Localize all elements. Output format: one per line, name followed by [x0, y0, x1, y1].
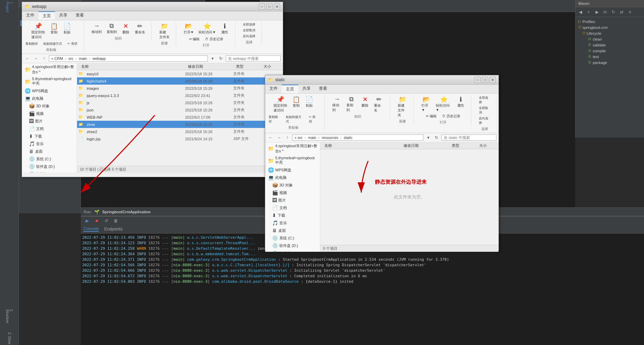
static-nav-4springboot[interactable]: 📁4.springboot常用注解+整合s ^: [265, 142, 320, 155]
static-nav-docs[interactable]: 📄文档: [265, 204, 320, 212]
webapp-tab-home[interactable]: 主页: [39, 11, 55, 20]
static-btn-history[interactable]: ⏱ 历史记录: [440, 113, 462, 119]
webapp-nav-music[interactable]: 🎵音乐: [22, 140, 77, 148]
console-run-btn[interactable]: ▶: [84, 217, 90, 224]
maven-btn-5[interactable]: ↻: [610, 9, 617, 15]
webapp-nav-downloads[interactable]: ⬇下载: [22, 132, 77, 140]
webapp-btn-copy[interactable]: 📋复制: [48, 22, 60, 40]
webapp-btn-rename[interactable]: ✏重命名: [133, 22, 147, 35]
static-btn-easy-access[interactable]: ⭐轻松访问▼: [434, 95, 454, 112]
webapp-btn-deselect-all[interactable]: 全部取消: [241, 28, 257, 33]
static-search-input[interactable]: [441, 134, 496, 141]
webapp-nav-pc[interactable]: 💻此电脑: [22, 95, 77, 102]
static-btn-select-all[interactable]: 全部选择: [477, 95, 493, 105]
webapp-btn-history[interactable]: ⏱ 历史记录: [203, 36, 225, 42]
webapp-nav-video[interactable]: 🎬视频: [22, 110, 77, 117]
static-nav-d-drive[interactable]: 💿软件盘 (D:): [265, 242, 320, 249]
static-btn-paste-shortcut[interactable]: 粘贴快捷方式: [284, 114, 305, 125]
static-btn-open[interactable]: 📂打开▼: [419, 95, 433, 112]
static-btn-delete[interactable]: ✕删除: [359, 95, 371, 114]
webapp-nav-e-drive[interactable]: 💿资料盘 (E:): [22, 170, 77, 173]
static-btn-new[interactable]: 📁新建文件夹: [396, 95, 409, 118]
sidebar-z-drive-icon[interactable]: Z: Drive: [2, 331, 16, 345]
static-btn-cut[interactable]: ✂ 剪切: [307, 114, 320, 125]
console-tab-console[interactable]: Console: [84, 226, 99, 232]
maven-btn-3[interactable]: ▶: [593, 9, 600, 15]
webapp-btn-copy2[interactable]: ⧉复制到: [105, 22, 119, 35]
maven-clean[interactable]: ⚙ clean: [577, 36, 643, 42]
console-rerun-btn[interactable]: ↺: [103, 217, 110, 224]
static-nav-3d[interactable]: 📦3D 对象: [265, 181, 320, 189]
maven-btn-6[interactable]: ⇄: [618, 9, 625, 15]
static-fwd-btn[interactable]: →: [276, 134, 282, 141]
webapp-nav-4springboot[interactable]: 📁4.springboot常用注解+整合s ^: [22, 63, 77, 76]
webapp-file-json[interactable]: 📁 json 2022/5/18 15:26 文件夹: [77, 106, 283, 114]
webapp-file-images[interactable]: 📁 images 2022/5/18 15:26 文件夹: [77, 85, 283, 92]
static-path-dropdown[interactable]: ▾: [425, 134, 432, 141]
webapp-nav-c-drive[interactable]: 💿系统 (C:): [22, 155, 77, 163]
static-btn-copy[interactable]: 📋复制: [290, 95, 302, 114]
webapp-file-ztree[interactable]: 📁 ztree 2022/5/18 15:26 文件夹: [77, 121, 283, 128]
webapp-file-js[interactable]: 📁 js 2022/5/18 15:26 文件夹: [77, 99, 283, 106]
maven-validate[interactable]: ⚙ validate: [577, 42, 643, 48]
webapp-btn-paste-shortcut[interactable]: 粘贴快捷方式: [41, 41, 64, 47]
static-btn-move[interactable]: →移动到: [330, 95, 344, 114]
maven-package[interactable]: ⚙ package: [577, 60, 643, 65]
maven-test[interactable]: ⚙ test: [577, 54, 643, 60]
webapp-btn-invert-select[interactable]: 反向选择: [241, 33, 257, 39]
webapp-btn-delete[interactable]: ✕删除: [120, 22, 132, 35]
maven-compile[interactable]: ⚙ compile: [577, 48, 643, 54]
static-close-btn[interactable]: ✕: [490, 77, 496, 83]
sidebar-structure-icon[interactable]: 2: Structure: [2, 309, 16, 323]
webapp-btn-edit[interactable]: ✏ 编辑: [187, 36, 202, 42]
console-tab-endpoints[interactable]: Endpoints: [104, 227, 122, 231]
webapp-nav-d-drive[interactable]: 💿软件盘 (D:): [22, 163, 77, 170]
webapp-tab-file[interactable]: 文件: [22, 11, 39, 20]
static-nav-c-drive[interactable]: 💿系统 (C:): [265, 234, 320, 242]
static-btn-invert-select[interactable]: 反向选择: [477, 116, 493, 126]
webapp-nav-5thymeleaf[interactable]: 📁5.thymeleaf+springboot中亮: [22, 76, 77, 87]
webapp-back-btn[interactable]: ←: [24, 55, 31, 62]
maven-btn-1[interactable]: ◀: [577, 9, 584, 15]
static-nav-pictures[interactable]: 🖼图片: [265, 196, 320, 204]
webapp-nav-3d[interactable]: 📦3D 对象: [22, 102, 77, 110]
sidebar-project-icon[interactable]: 1: Project: [2, 2, 16, 15]
static-refresh-btn[interactable]: ↻: [433, 134, 440, 141]
static-maximize-btn[interactable]: □: [482, 77, 488, 83]
console-clear-btn[interactable]: 🗑: [112, 217, 119, 224]
static-btn-copy2[interactable]: ⧉复制到: [344, 95, 358, 114]
webapp-refresh-btn[interactable]: ↻: [217, 55, 224, 62]
webapp-btn-easy-access[interactable]: ⭐轻松访问▼: [196, 22, 218, 35]
static-btn-paste[interactable]: 📄粘贴: [303, 95, 315, 114]
static-btn-pin[interactable]: 📌固定到快速访问: [271, 95, 289, 114]
webapp-btn-move[interactable]: →移动到: [89, 22, 104, 35]
static-nav-5thymeleaf[interactable]: 📁5.thymeleaf+springboot中亮: [265, 155, 320, 166]
static-tab-file[interactable]: 文件: [265, 85, 282, 93]
static-btn-deselect-all[interactable]: 全部取消: [477, 105, 493, 116]
static-up-btn[interactable]: ↑: [284, 134, 291, 141]
webapp-nav-pictures[interactable]: 🖼图片: [22, 117, 77, 125]
webapp-btn-pin[interactable]: 📌固定到快速访问: [29, 22, 47, 40]
webapp-maximize-btn[interactable]: □: [266, 3, 272, 10]
maven-btn-7[interactable]: ≡: [626, 9, 633, 15]
static-minimize-btn[interactable]: ─: [474, 77, 481, 83]
static-tab-share[interactable]: 共享: [298, 85, 315, 93]
webapp-btn-cut[interactable]: ✂ 剪切: [65, 41, 79, 47]
webapp-btn-new[interactable]: 📁新建文件夹: [157, 22, 172, 40]
webapp-file-webinf[interactable]: 📁 WEB-INF 2022/6/2 17:09 文件夹: [77, 114, 283, 121]
static-nav-e-drive[interactable]: 💿资料盘 (E:): [265, 249, 320, 252]
static-nav-pc[interactable]: 💻此电脑: [265, 174, 320, 181]
webapp-btn-select-all[interactable]: 全部选择: [241, 22, 257, 28]
static-nav-video[interactable]: 🎬视频: [265, 189, 320, 196]
static-nav-music[interactable]: 🎵音乐: [265, 219, 320, 227]
webapp-file-ztree2[interactable]: 📁 ztree2 2022/5/18 15:26 文件夹: [77, 128, 283, 135]
static-btn-copy-path[interactable]: 复制路径: [267, 114, 282, 125]
webapp-nav-docs[interactable]: 📄文档: [22, 125, 77, 132]
webapp-file-login[interactable]: 📄 login.jsp 2021/9/24 14:15 JSP 文件 7 KB: [77, 135, 283, 142]
static-nav-wps[interactable]: 🌐WPS网盘: [265, 166, 320, 174]
static-btn-edit[interactable]: ✏ 编辑: [424, 113, 439, 119]
webapp-close-btn[interactable]: ✕: [274, 3, 280, 10]
webapp-path[interactable]: « CRM › src › main › webapp: [49, 55, 208, 62]
webapp-file-easyui[interactable]: 📁 easyUI 2022/5/18 15:26 文件夹: [77, 70, 283, 77]
webapp-up-btn[interactable]: ↑: [41, 55, 47, 62]
